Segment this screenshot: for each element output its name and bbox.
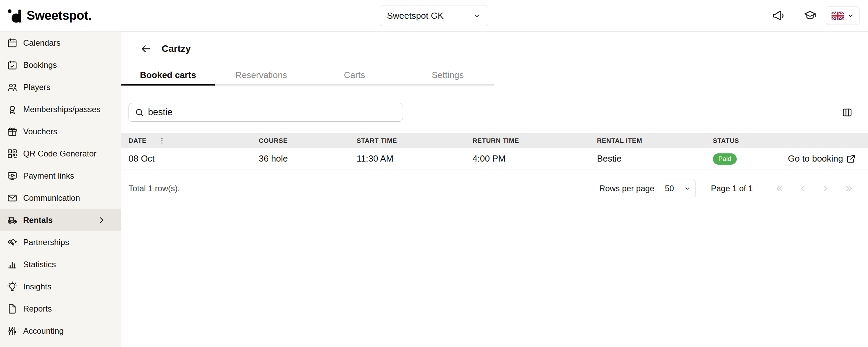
sidebar-item-label: Bookings [23,60,57,70]
sidebar-item-label: Insights [23,282,51,291]
sidebar-item-label: Players [23,82,50,92]
sidebar-item-label: Calendars [23,38,60,48]
uk-flag-icon [832,12,844,20]
booked-carts-table: DATE COURSE START TIME RETURN TIME RENTA… [121,133,868,173]
view-columns-button[interactable] [839,104,855,121]
chevron-right-icon [821,183,831,194]
players-icon [7,82,18,93]
chevrons-left-icon [774,183,784,194]
first-page-button[interactable] [772,181,787,196]
announcements-button[interactable] [770,7,787,24]
cell-date: 08 Oct [129,153,259,164]
next-page-button[interactable] [818,181,833,196]
org-selector[interactable]: Sweetspot GK [380,5,488,26]
back-button[interactable] [138,41,153,56]
sidebar-item-payment-links[interactable]: Payment links [0,165,121,187]
column-header-date: DATE [129,137,259,145]
sidebar-item-rentals[interactable]: Rentals [0,209,121,231]
chevron-right-icon [97,216,106,225]
sidebar-item-reports[interactable]: Reports [0,298,121,320]
academy-button[interactable] [802,7,818,24]
sidebar-item-label: Reports [23,304,52,314]
chevrons-right-icon [844,183,854,194]
arrow-left-icon [140,43,152,55]
sidebar-item-insights[interactable]: Insights [0,275,121,298]
kebab-menu-icon[interactable] [158,137,166,145]
sweetspot-logo-icon [7,8,23,24]
sidebar-item-label: Payment links [23,171,74,181]
sidebar-item-qr-code-generator[interactable]: QR Code Generator [0,142,121,165]
language-selector[interactable] [826,6,860,25]
gift-icon [7,126,18,137]
table-row[interactable]: 08 Oct 36 hole 11:30 AM 4:00 PM Bestie P… [121,148,868,169]
table-bottom-divider [121,173,868,173]
sidebar-item-memberships[interactable]: Memberships/passes [0,98,121,120]
sidebar-item-label: Communication [23,193,80,203]
tab-carts[interactable]: Carts [308,66,401,86]
table-footer: Total 1 row(s). Rows per page 50 Page 1 … [121,178,868,199]
cell-return-time: 4:00 PM [473,153,597,164]
tab-reservations[interactable]: Reservations [215,66,308,86]
sidebar-item-players[interactable]: Players [0,76,121,98]
previous-page-button[interactable] [795,181,810,196]
calendar-check-icon [7,60,18,71]
sidebar-item-label: Rentals [23,215,53,225]
cell-rental-item: Bestie [597,153,713,164]
sidebar-item-accounting[interactable]: Accounting [0,320,121,342]
chevron-down-icon [684,185,691,192]
academy-icon [804,9,817,22]
chevron-down-icon [847,12,854,19]
app-window: Sweetspot. Sweetspot GK [0,0,868,347]
envelope-icon [7,193,18,203]
sidebar-item-vouchers[interactable]: Vouchers [0,120,121,142]
sidebar-item-statistics[interactable]: Statistics [0,253,121,275]
topbar-divider [794,10,794,21]
last-page-button[interactable] [841,181,856,196]
page-info: Page 1 of 1 [711,184,753,193]
cell-status: Paid [713,153,778,165]
topbar: Sweetspot. Sweetspot GK [0,0,868,32]
sidebar-item-bookings[interactable]: Bookings [0,54,121,76]
search-input[interactable] [148,107,397,118]
status-badge: Paid [713,153,737,165]
column-header-rental-item: RENTAL ITEM [597,137,713,145]
sidebar-item-label: Partnerships [23,238,69,247]
toolbar [129,103,855,122]
pager [772,181,856,196]
table-header-row: DATE COURSE START TIME RETURN TIME RENTA… [121,133,868,148]
document-icon [7,303,18,314]
sidebar-item-label: Vouchers [23,127,57,136]
column-header-status: STATUS [713,137,778,145]
search-box [129,103,403,122]
sidebar-item-partnerships[interactable]: Partnerships [0,231,121,253]
rows-per-page-value: 50 [665,184,674,193]
sidebar-item-label: Memberships/passes [23,105,101,114]
bar-chart-icon [7,259,18,270]
view-columns-icon [842,107,853,118]
sidebar-item-calendars[interactable]: Calendars [0,32,121,54]
payment-screen-icon [7,170,18,181]
tab-settings[interactable]: Settings [401,66,495,86]
announcements-icon [772,9,785,22]
page-title: Cartzy [162,43,191,54]
org-selector-value: Sweetspot GK [387,11,444,21]
topbar-actions [770,6,868,25]
tab-bar: Booked carts Reservations Carts Settings [121,66,494,86]
calendar-icon [7,37,18,48]
brand-name: Sweetspot. [27,9,91,23]
sliders-icon [7,326,18,336]
sidebar-item-label: Accounting [23,326,64,336]
tab-booked-carts[interactable]: Booked carts [121,66,215,86]
brand[interactable]: Sweetspot. [0,8,91,24]
cell-course: 36 hole [259,153,357,164]
go-to-booking-link[interactable]: Go to booking [778,153,868,164]
qr-code-icon [7,148,18,159]
external-link-icon [846,154,856,164]
chevron-down-icon [473,12,481,20]
rows-per-page-select[interactable]: 50 [660,180,696,197]
sidebar-item-communication[interactable]: Communication [0,187,121,209]
sidebar: Calendars Bookings Players Memberships/p… [0,32,121,347]
handshake-icon [7,237,18,248]
pagination-controls: Rows per page 50 Page 1 of 1 [599,180,856,197]
column-header-start-time: START TIME [357,137,473,145]
